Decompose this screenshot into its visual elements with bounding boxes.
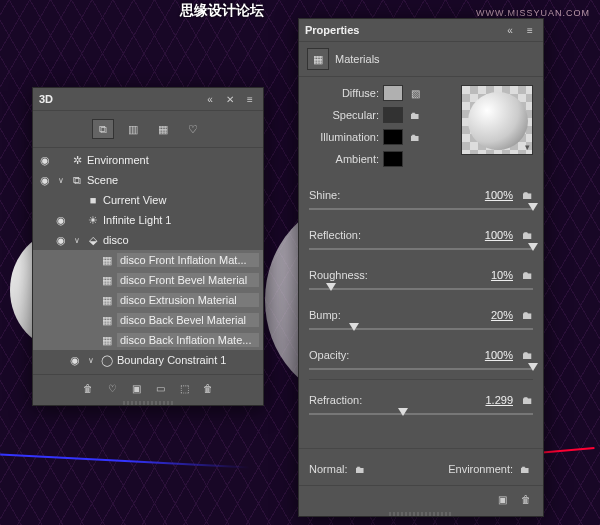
tree-row[interactable]: ◉☀Infinite Light 1	[33, 210, 263, 230]
slider-value[interactable]: 1.299	[463, 394, 513, 406]
item-type-icon: ⧉	[69, 174, 85, 187]
specular-texture-icon[interactable]: 🖿	[407, 107, 423, 123]
slider-value[interactable]: 20%	[463, 309, 513, 321]
tree-row[interactable]: ▦disco Extrusion Material	[33, 290, 263, 310]
illumination-swatch[interactable]	[383, 129, 403, 145]
specular-label: Specular:	[309, 109, 379, 121]
disclosure-icon[interactable]: ∨	[55, 176, 67, 185]
slider-row: Shine:100%🖿	[309, 189, 533, 215]
trash-icon[interactable]: 🗑	[81, 381, 95, 395]
normal-texture-icon[interactable]: 🖿	[352, 461, 368, 477]
normal-row: Normal: 🖿 Environment: 🖿	[299, 453, 543, 485]
slider-value[interactable]: 10%	[463, 269, 513, 281]
texture-folder-icon[interactable]: 🖿	[513, 309, 533, 321]
slider-value[interactable]: 100%	[463, 229, 513, 241]
ambient-swatch[interactable]	[383, 151, 403, 167]
resize-grip[interactable]	[389, 512, 453, 516]
tree-row[interactable]: ◉∨⬙disco	[33, 230, 263, 250]
slider-thumb[interactable]	[398, 408, 408, 416]
illumination-label: Illumination:	[309, 131, 379, 143]
render-icon[interactable]: ▣	[129, 381, 143, 395]
close-icon[interactable]: ✕	[223, 92, 237, 106]
item-label: Boundary Constraint 1	[117, 354, 259, 366]
properties-panel-footer: ▣ 🗑	[299, 485, 543, 512]
collapse-icon[interactable]: «	[503, 23, 517, 37]
slider-label: Shine:	[309, 189, 463, 201]
visibility-toggle[interactable]: ◉	[53, 234, 69, 247]
visibility-toggle[interactable]: ◉	[53, 214, 69, 227]
properties-subtitle: Materials	[335, 53, 380, 65]
tree-row[interactable]: ▦disco Back Inflation Mate...	[33, 330, 263, 350]
slider-track[interactable]	[309, 363, 533, 375]
item-type-icon: ✲	[69, 154, 85, 167]
divider	[309, 379, 533, 380]
disclosure-icon[interactable]: ∨	[71, 236, 83, 245]
diffuse-swatch[interactable]	[383, 85, 403, 101]
chevron-down-icon[interactable]: ▾	[525, 142, 530, 152]
properties-panel: Properties « ≡ ▦ Materials Diffuse: ▧ Sp…	[298, 18, 544, 517]
texture-folder-icon[interactable]: 🖿	[513, 229, 533, 241]
tree-row[interactable]: ▦disco Back Bevel Material	[33, 310, 263, 330]
slider-thumb[interactable]	[528, 203, 538, 211]
new-icon[interactable]: ▭	[153, 381, 167, 395]
delete-icon[interactable]: 🗑	[201, 381, 215, 395]
collapse-icon[interactable]: «	[203, 92, 217, 106]
slider-thumb[interactable]	[528, 363, 538, 371]
disclosure-icon[interactable]: ∨	[85, 356, 97, 365]
illumination-texture-icon[interactable]: 🖿	[407, 129, 423, 145]
properties-panel-header[interactable]: Properties « ≡	[299, 19, 543, 42]
visibility-toggle[interactable]: ◉	[67, 354, 83, 367]
texture-folder-icon[interactable]: 🖿	[513, 269, 533, 281]
item-type-icon: ▦	[99, 274, 115, 287]
filter-scene-button[interactable]: ⧉	[92, 119, 114, 139]
slider-row: Opacity:100%🖿	[309, 349, 533, 380]
texture-folder-icon[interactable]: 🖿	[513, 189, 533, 201]
tree-row[interactable]: ◉✲Environment	[33, 150, 263, 170]
item-label: Infinite Light 1	[103, 214, 259, 226]
menu-icon[interactable]: ≡	[243, 92, 257, 106]
slider-value[interactable]: 100%	[463, 349, 513, 361]
material-preview[interactable]: ▾	[461, 85, 533, 155]
slider-thumb[interactable]	[528, 243, 538, 251]
environment-texture-icon[interactable]: 🖿	[517, 461, 533, 477]
filter-material-button[interactable]: ▦	[152, 119, 174, 139]
slider-value[interactable]: 100%	[463, 189, 513, 201]
tree-row[interactable]: ▦disco Front Bevel Material	[33, 270, 263, 290]
slider-track[interactable]	[309, 243, 533, 255]
trash-icon[interactable]: 🗑	[519, 492, 533, 506]
menu-icon[interactable]: ≡	[523, 23, 537, 37]
diffuse-label: Diffuse:	[309, 87, 379, 99]
item-label: disco Back Bevel Material	[117, 313, 259, 327]
render-settings-icon[interactable]: ▣	[495, 492, 509, 506]
texture-folder-icon[interactable]: 🖿	[513, 394, 533, 406]
properties-subheader: ▦ Materials	[299, 42, 543, 77]
slider-row: Roughness:10%🖿	[309, 269, 533, 295]
resize-grip[interactable]	[123, 401, 173, 405]
slider-track[interactable]	[309, 408, 533, 420]
visibility-toggle[interactable]: ◉	[37, 154, 53, 167]
slider-track[interactable]	[309, 283, 533, 295]
filter-mesh-button[interactable]: ▥	[122, 119, 144, 139]
slider-track[interactable]	[309, 203, 533, 215]
texture-folder-icon[interactable]: 🖿	[513, 349, 533, 361]
slider-row: Bump:20%🖿	[309, 309, 533, 335]
slider-thumb[interactable]	[326, 283, 336, 291]
material-mode-icon[interactable]: ▦	[307, 48, 329, 70]
filter-light-button[interactable]: ♡	[182, 119, 204, 139]
slider-thumb[interactable]	[349, 323, 359, 331]
specular-swatch[interactable]	[383, 107, 403, 123]
tree-row[interactable]: ◉∨⧉Scene	[33, 170, 263, 190]
light-icon[interactable]: ♡	[105, 381, 119, 395]
visibility-toggle[interactable]: ◉	[37, 174, 53, 187]
tree-row[interactable]: ■Current View	[33, 190, 263, 210]
plane-icon[interactable]: ⬚	[177, 381, 191, 395]
slider-track[interactable]	[309, 323, 533, 335]
3d-panel-header[interactable]: 3D « ✕ ≡	[33, 88, 263, 111]
diffuse-texture-icon[interactable]: ▧	[407, 85, 423, 101]
3d-panel-footer: 🗑 ♡ ▣ ▭ ⬚ 🗑	[33, 374, 263, 401]
properties-panel-title: Properties	[305, 24, 359, 36]
tree-row[interactable]: ▦disco Front Inflation Mat...	[33, 250, 263, 270]
item-type-icon: ☀	[85, 214, 101, 227]
tree-row[interactable]: ◉∨◯Boundary Constraint 1	[33, 350, 263, 370]
scene-tree: ◉✲Environment◉∨⧉Scene■Current View◉☀Infi…	[33, 148, 263, 374]
